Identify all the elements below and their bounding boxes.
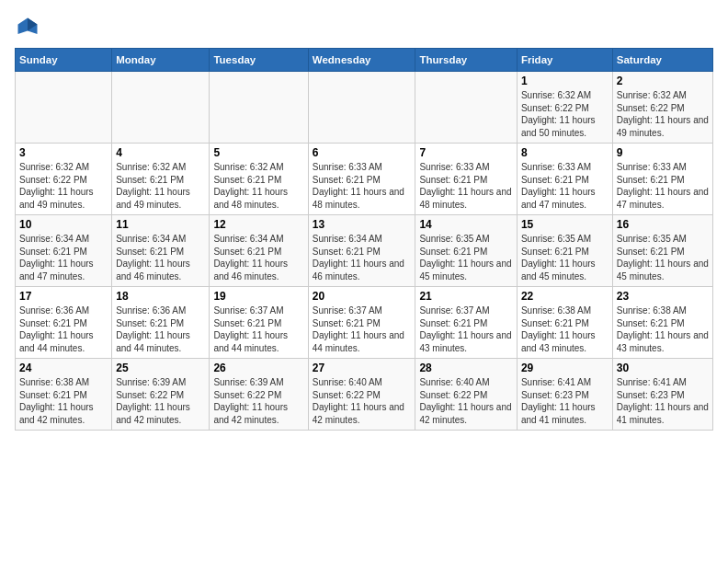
day-info: Sunrise: 6:40 AM Sunset: 6:22 PM Dayligh… [419, 376, 512, 426]
day-number: 17 [19, 290, 108, 303]
calendar-day-cell [112, 72, 210, 144]
day-number: 29 [521, 362, 609, 374]
day-info: Sunrise: 6:33 AM Sunset: 6:21 PM Dayligh… [521, 161, 609, 211]
calendar-day-cell: 12Sunrise: 6:34 AM Sunset: 6:21 PM Dayli… [210, 215, 308, 287]
calendar-day-cell [308, 72, 415, 144]
calendar-day-cell: 27Sunrise: 6:40 AM Sunset: 6:22 PM Dayli… [308, 359, 415, 431]
calendar-week-row: 1Sunrise: 6:32 AM Sunset: 6:22 PM Daylig… [16, 72, 713, 144]
day-info: Sunrise: 6:38 AM Sunset: 6:21 PM Dayligh… [617, 304, 709, 354]
day-info: Sunrise: 6:34 AM Sunset: 6:21 PM Dayligh… [313, 233, 412, 282]
day-number: 25 [116, 362, 205, 374]
day-info: Sunrise: 6:41 AM Sunset: 6:23 PM Dayligh… [521, 376, 609, 426]
day-number: 21 [419, 290, 512, 303]
day-number: 18 [116, 290, 205, 303]
day-number: 19 [213, 290, 303, 303]
day-number: 23 [617, 290, 709, 303]
day-info: Sunrise: 6:34 AM Sunset: 6:21 PM Dayligh… [213, 233, 303, 282]
day-number: 22 [521, 290, 609, 303]
weekday-header: Wednesday [308, 49, 415, 72]
day-info: Sunrise: 6:38 AM Sunset: 6:21 PM Dayligh… [521, 304, 609, 354]
calendar-day-cell: 24Sunrise: 6:38 AM Sunset: 6:21 PM Dayli… [16, 359, 112, 431]
day-info: Sunrise: 6:37 AM Sunset: 6:21 PM Dayligh… [213, 304, 303, 354]
weekday-header: Thursday [415, 49, 517, 72]
day-info: Sunrise: 6:37 AM Sunset: 6:21 PM Dayligh… [313, 304, 412, 354]
calendar-day-cell: 10Sunrise: 6:34 AM Sunset: 6:21 PM Dayli… [16, 215, 112, 287]
page-header [15, 15, 713, 40]
day-number: 9 [617, 146, 709, 159]
calendar-week-row: 24Sunrise: 6:38 AM Sunset: 6:21 PM Dayli… [16, 359, 713, 431]
calendar-day-cell: 29Sunrise: 6:41 AM Sunset: 6:23 PM Dayli… [517, 359, 612, 431]
day-info: Sunrise: 6:35 AM Sunset: 6:21 PM Dayligh… [617, 233, 709, 282]
calendar-day-cell: 21Sunrise: 6:37 AM Sunset: 6:21 PM Dayli… [415, 287, 517, 359]
calendar-day-cell: 5Sunrise: 6:32 AM Sunset: 6:21 PM Daylig… [210, 144, 308, 215]
calendar-day-cell: 6Sunrise: 6:33 AM Sunset: 6:21 PM Daylig… [308, 144, 415, 215]
day-info: Sunrise: 6:41 AM Sunset: 6:23 PM Dayligh… [617, 376, 709, 426]
calendar-week-row: 17Sunrise: 6:36 AM Sunset: 6:21 PM Dayli… [16, 287, 713, 359]
day-number: 10 [19, 218, 108, 231]
day-number: 30 [617, 362, 709, 374]
calendar-day-cell: 3Sunrise: 6:32 AM Sunset: 6:22 PM Daylig… [16, 144, 112, 215]
calendar-day-cell: 15Sunrise: 6:35 AM Sunset: 6:21 PM Dayli… [517, 215, 612, 287]
calendar-day-cell [16, 72, 112, 144]
calendar-day-cell: 18Sunrise: 6:36 AM Sunset: 6:21 PM Dayli… [112, 287, 210, 359]
day-number: 6 [313, 146, 412, 159]
day-number: 5 [213, 146, 303, 159]
calendar-day-cell: 11Sunrise: 6:34 AM Sunset: 6:21 PM Dayli… [112, 215, 210, 287]
day-number: 12 [213, 218, 303, 231]
day-info: Sunrise: 6:38 AM Sunset: 6:21 PM Dayligh… [19, 376, 108, 426]
calendar-day-cell: 23Sunrise: 6:38 AM Sunset: 6:21 PM Dayli… [612, 287, 712, 359]
day-info: Sunrise: 6:33 AM Sunset: 6:21 PM Dayligh… [419, 161, 512, 211]
weekday-header: Tuesday [210, 49, 308, 72]
calendar-day-cell: 14Sunrise: 6:35 AM Sunset: 6:21 PM Dayli… [415, 215, 517, 287]
calendar-day-cell: 28Sunrise: 6:40 AM Sunset: 6:22 PM Dayli… [415, 359, 517, 431]
calendar-day-cell [415, 72, 517, 144]
day-number: 2 [617, 75, 709, 87]
day-info: Sunrise: 6:34 AM Sunset: 6:21 PM Dayligh… [116, 233, 205, 282]
calendar-day-cell: 13Sunrise: 6:34 AM Sunset: 6:21 PM Dayli… [308, 215, 415, 287]
weekday-header: Sunday [16, 49, 112, 72]
calendar-week-row: 10Sunrise: 6:34 AM Sunset: 6:21 PM Dayli… [16, 215, 713, 287]
day-number: 8 [521, 146, 609, 159]
day-info: Sunrise: 6:32 AM Sunset: 6:21 PM Dayligh… [213, 161, 303, 211]
day-number: 27 [313, 362, 412, 374]
day-info: Sunrise: 6:32 AM Sunset: 6:22 PM Dayligh… [617, 89, 709, 139]
calendar-day-cell: 8Sunrise: 6:33 AM Sunset: 6:21 PM Daylig… [517, 144, 612, 215]
day-info: Sunrise: 6:35 AM Sunset: 6:21 PM Dayligh… [521, 233, 609, 282]
weekday-header-row: SundayMondayTuesdayWednesdayThursdayFrid… [16, 49, 713, 72]
weekday-header: Monday [112, 49, 210, 72]
weekday-header: Saturday [612, 49, 712, 72]
calendar-week-row: 3Sunrise: 6:32 AM Sunset: 6:22 PM Daylig… [16, 144, 713, 215]
calendar-day-cell: 17Sunrise: 6:36 AM Sunset: 6:21 PM Dayli… [16, 287, 112, 359]
calendar-day-cell [210, 72, 308, 144]
day-info: Sunrise: 6:32 AM Sunset: 6:22 PM Dayligh… [19, 161, 108, 211]
day-info: Sunrise: 6:32 AM Sunset: 6:21 PM Dayligh… [116, 161, 205, 211]
day-info: Sunrise: 6:32 AM Sunset: 6:22 PM Dayligh… [521, 89, 609, 139]
day-info: Sunrise: 6:36 AM Sunset: 6:21 PM Dayligh… [19, 304, 108, 354]
day-info: Sunrise: 6:37 AM Sunset: 6:21 PM Dayligh… [419, 304, 512, 354]
calendar-day-cell: 9Sunrise: 6:33 AM Sunset: 6:21 PM Daylig… [612, 144, 712, 215]
day-number: 4 [116, 146, 205, 159]
day-info: Sunrise: 6:40 AM Sunset: 6:22 PM Dayligh… [313, 376, 412, 426]
calendar-day-cell: 7Sunrise: 6:33 AM Sunset: 6:21 PM Daylig… [415, 144, 517, 215]
calendar-day-cell: 4Sunrise: 6:32 AM Sunset: 6:21 PM Daylig… [112, 144, 210, 215]
calendar-day-cell: 30Sunrise: 6:41 AM Sunset: 6:23 PM Dayli… [612, 359, 712, 431]
day-info: Sunrise: 6:33 AM Sunset: 6:21 PM Dayligh… [617, 161, 709, 211]
logo [15, 15, 44, 40]
day-info: Sunrise: 6:36 AM Sunset: 6:21 PM Dayligh… [116, 304, 205, 354]
calendar-day-cell: 2Sunrise: 6:32 AM Sunset: 6:22 PM Daylig… [612, 72, 712, 144]
calendar-day-cell: 26Sunrise: 6:39 AM Sunset: 6:22 PM Dayli… [210, 359, 308, 431]
day-number: 7 [419, 146, 512, 159]
day-number: 28 [419, 362, 512, 374]
day-number: 15 [521, 218, 609, 231]
calendar-day-cell: 20Sunrise: 6:37 AM Sunset: 6:21 PM Dayli… [308, 287, 415, 359]
day-number: 11 [116, 218, 205, 231]
weekday-header: Friday [517, 49, 612, 72]
day-number: 1 [521, 75, 609, 87]
calendar-table: SundayMondayTuesdayWednesdayThursdayFrid… [15, 48, 713, 431]
day-info: Sunrise: 6:33 AM Sunset: 6:21 PM Dayligh… [313, 161, 412, 211]
calendar-day-cell: 25Sunrise: 6:39 AM Sunset: 6:22 PM Dayli… [112, 359, 210, 431]
day-number: 16 [617, 218, 709, 231]
calendar-day-cell: 22Sunrise: 6:38 AM Sunset: 6:21 PM Dayli… [517, 287, 612, 359]
calendar-day-cell: 1Sunrise: 6:32 AM Sunset: 6:22 PM Daylig… [517, 72, 612, 144]
day-number: 24 [19, 362, 108, 374]
